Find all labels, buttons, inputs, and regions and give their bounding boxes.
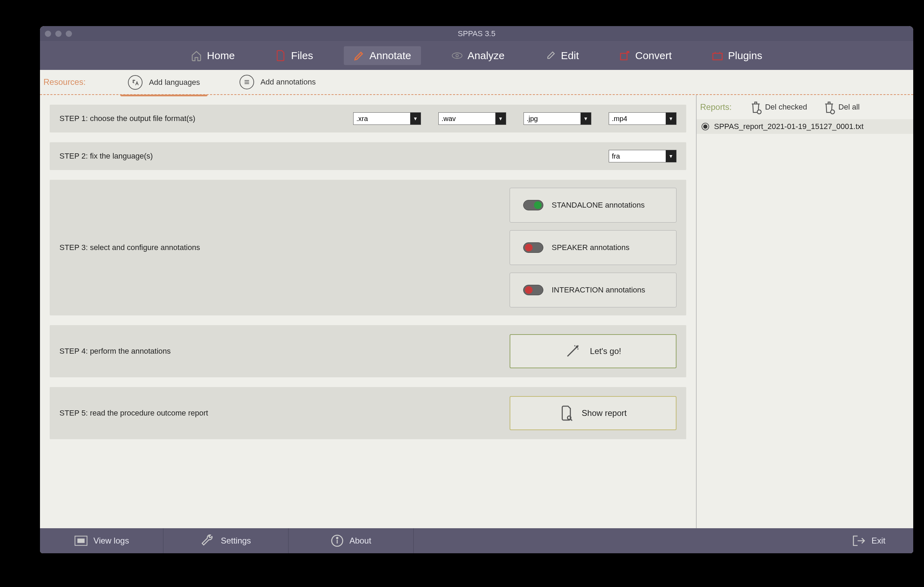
window-title: SPPAS 3.5 (40, 29, 913, 38)
interaction-annotations-button[interactable]: INTERACTION annotations (510, 273, 676, 308)
interaction-label: INTERACTION annotations (552, 286, 645, 294)
resources-bar: Resources: Add languages Add annotations (40, 70, 913, 95)
view-logs-button[interactable]: View logs (40, 528, 163, 553)
step-4-box: STEP 4: perform the annotations Let's go… (50, 325, 686, 377)
step-2-label: STEP 2: fix the language(s) (59, 152, 153, 160)
nav-files-label: Files (291, 50, 313, 61)
svg-point-7 (576, 346, 578, 347)
nav-plugins-label: Plugins (728, 50, 762, 61)
nav-files[interactable]: Files (265, 46, 323, 65)
view-logs-label: View logs (94, 536, 129, 546)
svg-rect-12 (78, 539, 84, 543)
standalone-annotations-button[interactable]: STANDALONE annotations (510, 188, 676, 223)
svg-point-10 (830, 110, 834, 114)
svg-rect-2 (620, 53, 627, 60)
edit-icon (545, 50, 556, 61)
step-5-box: STEP 5: read the procedure outcome repor… (50, 387, 686, 439)
convert-icon (619, 50, 630, 61)
exit-icon (851, 534, 866, 547)
nav-annotate-label: Annotate (370, 50, 411, 61)
del-all-button[interactable]: Del all (818, 98, 865, 116)
lets-go-label: Let's go! (590, 346, 621, 356)
settings-label: Settings (221, 536, 251, 546)
wand-icon (565, 344, 580, 359)
step-1-box: STEP 1: choose the output file format(s)… (50, 105, 686, 132)
nav-convert[interactable]: Convert (609, 46, 681, 65)
annotation-toggles: STANDALONE annotations SPEAKER annotatio… (510, 188, 676, 308)
format-selects: .xra▼ .wav▼ .jpg▼ .mp4▼ (353, 112, 676, 125)
speaker-annotations-button[interactable]: SPEAKER annotations (510, 230, 676, 265)
format-select-mp4[interactable]: .mp4▼ (609, 112, 676, 125)
nav-plugins[interactable]: Plugins (702, 46, 772, 65)
analyze-icon (452, 50, 463, 61)
add-annotations-button[interactable]: Add annotations (232, 72, 323, 92)
add-languages-button[interactable]: Add languages (120, 72, 208, 96)
step-3-label: STEP 3: select and configure annotations (59, 243, 200, 252)
bottom-bar: View logs Settings About Exit (40, 528, 913, 553)
nav-home-label: Home (207, 50, 235, 61)
steps-panel: STEP 1: choose the output file format(s)… (40, 95, 696, 528)
delete-checked-icon (750, 101, 762, 114)
step-4-label: STEP 4: perform the annotations (59, 347, 171, 356)
toggle-off-icon (523, 285, 543, 295)
annotate-icon (353, 50, 365, 61)
nav-analyze-label: Analyze (467, 50, 505, 61)
report-filename: SPPAS_report_2021-01-19_15127_0001.txt (714, 122, 863, 131)
svg-point-9 (757, 110, 761, 114)
del-all-label: Del all (838, 103, 860, 112)
info-icon (331, 534, 344, 547)
main-area: STEP 1: choose the output file format(s)… (40, 95, 913, 528)
nav-home[interactable]: Home (181, 46, 244, 65)
main-nav: Home Files Annotate Analyze Edit (40, 41, 913, 70)
format-select-jpg[interactable]: .jpg▼ (523, 112, 591, 125)
lets-go-button[interactable]: Let's go! (510, 334, 676, 368)
nav-convert-label: Convert (635, 50, 672, 61)
log-icon (74, 535, 88, 547)
language-select[interactable]: fra▼ (609, 150, 676, 162)
toggle-on-icon (523, 200, 543, 210)
about-label: About (349, 536, 371, 546)
delete-all-icon (823, 101, 835, 114)
report-item[interactable]: SPPAS_report_2021-01-19_15127_0001.txt (697, 119, 913, 134)
resources-label: Resources: (43, 77, 86, 87)
speaker-label: SPEAKER annotations (552, 243, 630, 252)
nav-annotate[interactable]: Annotate (344, 46, 421, 65)
add-languages-label: Add languages (149, 78, 200, 87)
add-annotations-label: Add annotations (261, 78, 316, 87)
svg-point-15 (337, 537, 338, 539)
titlebar: SPPAS 3.5 (40, 26, 913, 41)
app-window: SPPAS 3.5 Home Files Annotate Analyze (40, 26, 913, 553)
toggle-off-icon (523, 242, 543, 253)
list-icon (239, 75, 254, 89)
reports-header: Reports: Del checked Del all (697, 95, 913, 119)
svg-point-0 (452, 53, 462, 58)
exit-label: Exit (871, 536, 885, 546)
chevron-down-icon: ▼ (495, 112, 506, 124)
settings-button[interactable]: Settings (163, 528, 289, 553)
report-icon (559, 405, 573, 422)
nav-analyze[interactable]: Analyze (442, 46, 515, 65)
translate-icon (128, 75, 142, 90)
format-select-wav[interactable]: .wav▼ (438, 112, 506, 125)
radio-selected-icon (701, 123, 709, 131)
reports-panel: Reports: Del checked Del all SPPAS_repor… (696, 95, 913, 528)
format-select-xra[interactable]: .xra▼ (353, 112, 421, 125)
exit-button[interactable]: Exit (823, 528, 913, 553)
plugins-icon (712, 50, 723, 61)
nav-edit[interactable]: Edit (535, 46, 589, 65)
files-icon (275, 50, 286, 61)
show-report-label: Show report (582, 408, 627, 418)
show-report-button[interactable]: Show report (510, 396, 676, 430)
about-button[interactable]: About (289, 528, 414, 553)
chevron-down-icon: ▼ (410, 112, 421, 124)
del-checked-button[interactable]: Del checked (745, 98, 812, 116)
reports-label: Reports: (700, 102, 732, 112)
step-5-label: STEP 5: read the procedure outcome repor… (59, 408, 208, 418)
chevron-down-icon: ▼ (666, 150, 676, 162)
del-checked-label: Del checked (765, 103, 807, 112)
wrench-icon (201, 534, 215, 547)
svg-point-1 (456, 54, 458, 57)
home-icon (191, 50, 202, 61)
chevron-down-icon: ▼ (666, 112, 676, 124)
step-2-box: STEP 2: fix the language(s) fra▼ (50, 142, 686, 170)
